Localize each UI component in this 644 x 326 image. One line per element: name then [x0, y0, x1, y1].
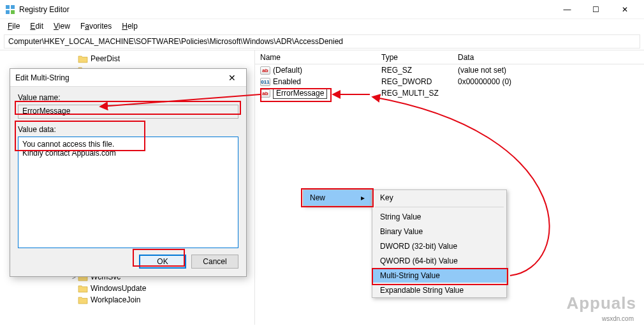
svg-rect-0 — [6, 5, 10, 9]
value-name-label: Value name: — [18, 93, 238, 102]
ctx-new-label: New — [310, 193, 325, 202]
menubar: File Edit View Favorites Help — [0, 19, 644, 33]
value-data-label: Value data: — [18, 125, 238, 134]
ctx-new[interactable]: New ▸ — [304, 190, 371, 205]
tree-item-label: PeerDist — [91, 54, 120, 63]
menu-file[interactable]: File — [4, 20, 24, 32]
ctx-qword[interactable]: QWORD (64-bit) Value — [372, 253, 506, 268]
context-submenu-new: Key String Value Binary Value DWORD (32-… — [372, 189, 507, 298]
ok-button[interactable]: OK — [139, 255, 186, 269]
list-item[interactable]: 011EnabledREG_DWORD0x00000000 (0) — [255, 76, 644, 87]
watermark-site: wsxdn.com — [602, 315, 634, 322]
minimize-button[interactable]: — — [553, 0, 582, 19]
rename-input[interactable]: ErrorMessage — [273, 88, 327, 99]
value-type: REG_SZ — [381, 66, 412, 75]
tree-item-label: WindowsUpdate — [91, 284, 146, 293]
folder-icon — [78, 285, 88, 293]
list-item[interactable]: abErrorMessageREG_MULTI_SZ — [255, 87, 644, 99]
ctx-key[interactable]: Key — [372, 190, 506, 205]
tree-item-label: WorkplaceJoin — [91, 295, 140, 304]
value-data-field[interactable]: You cannot access this file. Kindly cont… — [18, 137, 238, 248]
folder-icon — [78, 296, 88, 304]
regedit-icon — [5, 4, 15, 15]
dialog-titlebar[interactable]: Edit Multi-String ✕ — [10, 69, 246, 87]
tree-item[interactable]: PeerDist — [0, 53, 254, 64]
value-type-icon: 011 — [260, 78, 270, 86]
context-menu: New ▸ — [303, 189, 372, 206]
address-bar[interactable]: Computer\HKEY_LOCAL_MACHINE\SOFTWARE\Pol… — [4, 34, 640, 48]
value-name: (Default) — [273, 66, 302, 75]
ctx-dword[interactable]: DWORD (32-bit) Value — [372, 239, 506, 253]
value-type: REG_MULTI_SZ — [381, 89, 439, 98]
value-type-icon: ab — [260, 66, 270, 75]
menu-edit[interactable]: Edit — [26, 20, 47, 32]
ctx-string[interactable]: String Value — [372, 209, 506, 224]
tree-item[interactable]: WorkplaceJoin — [0, 294, 254, 306]
col-type[interactable]: Type — [376, 51, 453, 64]
watermark-brand: Appuals — [566, 293, 636, 313]
value-data: (value not set) — [458, 66, 506, 75]
ctx-binary[interactable]: Binary Value — [372, 224, 506, 239]
dialog-title: Edit Multi-String — [15, 73, 223, 82]
value-type: REG_DWORD — [381, 77, 432, 86]
value-data: 0x00000000 (0) — [458, 77, 511, 86]
menu-view[interactable]: View — [50, 20, 74, 32]
svg-rect-3 — [11, 10, 15, 14]
folder-icon — [78, 55, 88, 63]
titlebar: Registry Editor — ☐ ✕ — [0, 0, 644, 19]
separator — [375, 207, 504, 207]
ctx-multistring[interactable]: Multi-String Value — [372, 268, 506, 283]
tree-item[interactable]: WindowsUpdate — [0, 283, 254, 294]
menu-favorites[interactable]: Favorites — [77, 20, 115, 32]
menu-help[interactable]: Help — [118, 20, 142, 32]
value-type-icon: ab — [260, 89, 270, 98]
cancel-button[interactable]: Cancel — [191, 255, 238, 269]
col-data[interactable]: Data — [453, 51, 644, 64]
value-name-field: ErrorMessage — [18, 105, 238, 119]
svg-rect-2 — [6, 10, 10, 14]
col-name[interactable]: Name — [255, 51, 376, 64]
window-title: Registry Editor — [19, 5, 70, 14]
submenu-arrow-icon: ▸ — [361, 193, 365, 202]
column-headers: Name Type Data — [255, 50, 644, 64]
value-name: Enabled — [273, 77, 301, 86]
list-item[interactable]: ab(Default)REG_SZ(value not set) — [255, 64, 644, 76]
svg-rect-1 — [11, 5, 15, 9]
edit-multistring-dialog: Edit Multi-String ✕ Value name: ErrorMes… — [10, 68, 247, 277]
maximize-button[interactable]: ☐ — [582, 0, 610, 19]
close-button[interactable]: ✕ — [610, 0, 639, 19]
ctx-expstring[interactable]: Expandable String Value — [372, 283, 506, 297]
dialog-close-button[interactable]: ✕ — [223, 73, 241, 83]
